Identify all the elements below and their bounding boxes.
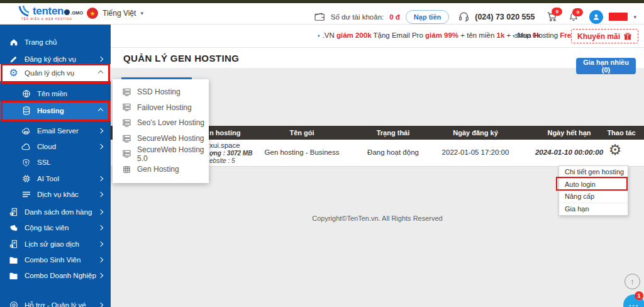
app-window: tenten .GMO TÊN MIỀN & WEB HOSTING ★ Tiế…: [0, 0, 644, 307]
balance-label: Số dư tài khoản:: [331, 13, 384, 21]
chevron-right-icon: [98, 57, 103, 62]
chip-icon: [21, 174, 31, 183]
bullet-icon: ▪: [513, 32, 515, 39]
promo-message-1: ▪.VN giảm 200k Tặng Email Pro giảm 99% +…: [318, 31, 541, 39]
sidebar-item-label: SSL: [37, 159, 51, 166]
sidebar-item-label: Email Server: [37, 127, 79, 135]
sidebar-item-combo-business[interactable]: Combo Doanh Nghiệp: [0, 268, 111, 283]
menu-item-secureweb-hosting-50[interactable]: SecureWeb Hosting 5.0: [113, 146, 209, 162]
tenten-logo[interactable]: tenten .GMO: [18, 5, 83, 19]
sidebar-item-cloud[interactable]: Cloud: [0, 139, 111, 154]
expiry-date: 2024-01-10 00:00:00: [535, 148, 603, 156]
shield-icon: [21, 159, 31, 167]
server-icon: [122, 118, 131, 128]
col-hosting-name: n hosting: [209, 129, 241, 137]
sidebar-item-other-services[interactable]: Dịch vụ khác: [0, 187, 111, 202]
package-name: Gen hosting - Business: [265, 148, 340, 156]
col-registered: Ngày đăng ký: [453, 129, 498, 137]
notifications-badge: 0: [572, 8, 583, 16]
sidebar-item-email-server[interactable]: Email Server: [0, 123, 111, 138]
chevron-right-icon: [98, 225, 103, 230]
sidebar-item-combo-student[interactable]: Combo Sinh Viên: [0, 252, 111, 267]
database-icon: [21, 106, 31, 115]
partner-cards-icon: [8, 223, 19, 232]
row-actions-gear-icon[interactable]: ⚙: [609, 143, 622, 157]
sidebar-item-manage-services[interactable]: ⚙ Quản lý dịch vụ: [0, 64, 111, 81]
sidebar-item-orders[interactable]: Danh sách đơn hàng: [0, 204, 111, 220]
menu-item-label: SecureWeb Hosting: [137, 134, 204, 143]
sidebar-item-hosting[interactable]: Hosting: [0, 101, 111, 120]
wallet-icon: [314, 12, 325, 21]
gear-icon: ⚙: [8, 68, 19, 78]
title-band: QUẢN LÝ GEN HOSTING: [111, 47, 644, 68]
col-actions: Thao tác: [607, 129, 635, 137]
context-item-details[interactable]: Chi tiết gen hosting: [559, 166, 628, 178]
sidebar-item-label: Combo Doanh Nghiệp: [25, 272, 96, 279]
renew-many-button[interactable]: Gia hạn nhiều (0): [576, 58, 636, 74]
row-context-menu: Chi tiết gen hosting Auto login Nâng cấp…: [558, 165, 628, 216]
globe-icon: [21, 89, 31, 98]
col-status: Trạng thái: [377, 129, 410, 137]
chevron-up-icon: [98, 108, 103, 113]
account-caret-icon: ▾: [633, 14, 636, 20]
sidebar-item-label: Cloud: [37, 143, 56, 150]
context-item-renew[interactable]: Gia hạn: [559, 203, 628, 215]
menu-item-label: Seo's Lover Hosting: [137, 118, 204, 127]
col-package: Tên gói: [289, 129, 314, 137]
history-invoice-icon: [8, 240, 19, 248]
cart-badge: 0: [552, 8, 562, 16]
brand-text: tenten: [33, 5, 64, 18]
chat-badge: 1: [635, 291, 643, 300]
server-grid-icon: [122, 165, 131, 174]
chevron-right-icon: [98, 242, 103, 247]
pencil-icon: [8, 55, 19, 64]
menu-item-label: Failover Hosting: [137, 103, 192, 112]
menu-item-failover-hosting[interactable]: Failover Hosting: [113, 100, 209, 116]
sidebar-item-ssl[interactable]: SSL: [0, 155, 111, 170]
sidebar-item-ai-tool[interactable]: AI Tool: [0, 171, 111, 186]
sidebar-item-support-tickets[interactable]: Hỗ trợ - Quản lý vé: [0, 298, 111, 307]
language-label: Tiếng Việt: [103, 9, 136, 18]
topbar-right-group: Số dư tài khoản: 0 đ Nạp tiền (024) 73 0…: [314, 6, 636, 27]
chevron-up-icon: [98, 70, 103, 75]
cart-button[interactable]: 0: [547, 11, 558, 22]
arrow-up-icon: ↑: [630, 277, 635, 286]
brand-suffix: .GMO: [70, 10, 83, 16]
sidebar-item-domains[interactable]: Tên miền: [0, 86, 111, 101]
hosting-capacity: ợng : 3072 MB: [209, 150, 252, 157]
username-redacted: [609, 13, 628, 21]
sidebar-item-label: Combo Sinh Viên: [25, 256, 80, 264]
sidebar-item-collaborators[interactable]: Cộng tác viên: [0, 220, 111, 235]
scroll-to-top-button[interactable]: ↑: [625, 274, 640, 289]
bullet-icon: ▪: [318, 32, 320, 39]
menu-item-secureweb-hosting[interactable]: SecureWeb Hosting: [113, 131, 209, 147]
menu-item-ssd-hosting[interactable]: SSD Hosting: [113, 84, 209, 100]
mail-cloud-icon: [21, 126, 31, 136]
promotions-button[interactable]: Khuyến mãi: [571, 29, 638, 43]
list-lines-icon: [21, 191, 31, 198]
headset-icon: [458, 11, 469, 22]
chevron-right-icon: [98, 303, 103, 307]
menu-item-gen-hosting[interactable]: Gen Hosting: [113, 162, 209, 177]
chevron-right-icon: [98, 144, 103, 149]
sidebar-item-label: Danh sách đơn hàng: [25, 208, 92, 216]
notifications-button[interactable]: 0: [569, 12, 579, 22]
gift-icon: [623, 32, 632, 41]
balance-value: 0 đ: [389, 13, 400, 21]
menu-item-label: SSD Hosting: [137, 87, 180, 96]
menu-item-label: SecureWeb Hosting 5.0: [137, 145, 209, 163]
sidebar-item-label: Lịch sử giao dịch: [25, 240, 79, 248]
folder-icon: [8, 256, 19, 264]
topup-button[interactable]: Nạp tiền: [406, 10, 449, 24]
menu-item-seos-lover-hosting[interactable]: Seo's Lover Hosting: [113, 115, 209, 131]
context-item-auto-login[interactable]: Auto login: [559, 178, 628, 191]
server-icon: [122, 149, 131, 159]
sidebar-item-home[interactable]: Trang chủ: [0, 35, 111, 50]
sidebar-nav: Trang chủ Đăng ký dịch vụ ⚙ Quản lý dịch…: [0, 24, 111, 307]
server-icon: [122, 134, 131, 143]
context-item-upgrade[interactable]: Nâng cấp: [559, 190, 628, 203]
language-selector[interactable]: ★ Tiếng Việt ▾: [87, 8, 143, 19]
sidebar-item-transaction-history[interactable]: Lịch sử giao dịch: [0, 237, 111, 252]
chevron-right-icon: [98, 176, 103, 181]
account-menu[interactable]: [589, 10, 603, 24]
